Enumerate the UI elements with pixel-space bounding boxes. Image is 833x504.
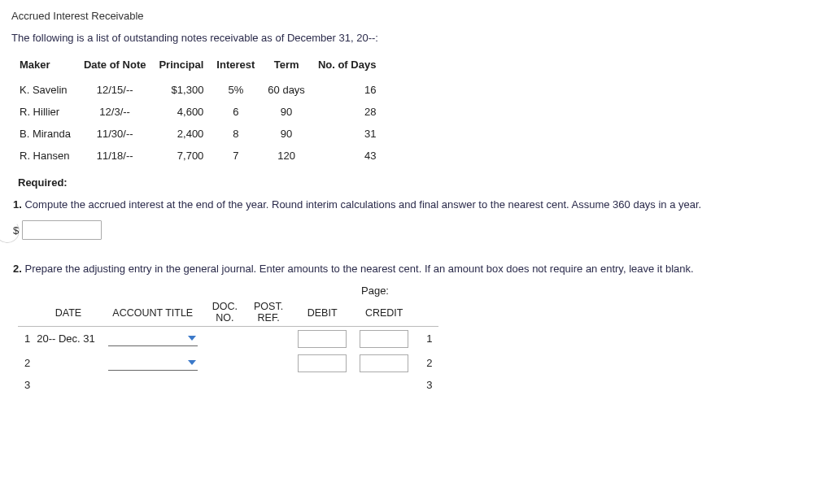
col-principal: Principal (157, 57, 215, 79)
cell-maker: K. Savelin (18, 79, 82, 101)
answer-row: $ (13, 220, 822, 240)
currency-symbol: $ (13, 224, 19, 237)
col-days: No. of Days (316, 57, 388, 79)
accrued-interest-input[interactable] (22, 220, 102, 240)
page-title: Accrued Interest Receivable (11, 10, 822, 22)
cell-principal: 4,600 (157, 101, 215, 123)
cell-maker: B. Miranda (18, 123, 82, 145)
cell-interest: 7 (215, 145, 266, 167)
q2-num: 2. (13, 263, 22, 275)
row-sidenum: 1 (415, 326, 438, 351)
jh-debit: DEBIT (291, 300, 353, 326)
notes-table: Maker Date of Note Principal Interest Te… (18, 57, 387, 167)
row-num: 1 (18, 326, 35, 351)
cell-interest: 6 (215, 101, 266, 123)
debit-input[interactable] (298, 330, 347, 348)
col-term: Term (266, 57, 316, 79)
table-row: K. Savelin 12/15/-- $1,300 5% 60 days 16 (18, 79, 387, 101)
cell-principal: $1,300 (157, 79, 215, 101)
cell-term: 120 (266, 145, 316, 167)
cell-days: 43 (316, 145, 388, 167)
cell-date: 12/3/-- (82, 101, 158, 123)
cell-days: 31 (316, 123, 388, 145)
journal-row: 3 3 (18, 376, 438, 394)
cell-date: 12/15/-- (82, 79, 158, 101)
cell-date: 11/30/-- (82, 123, 158, 145)
cell-principal: 2,400 (157, 123, 215, 145)
jh-docno: DOC.NO. (204, 300, 246, 326)
account-title-dropdown[interactable] (108, 331, 198, 346)
journal-row: 1 20-- Dec. 31 1 (18, 326, 438, 351)
jh-date: DATE (35, 300, 102, 326)
row-date: 20-- Dec. 31 (35, 326, 102, 351)
col-maker: Maker (18, 57, 82, 79)
cell-term: 90 (266, 101, 316, 123)
row-sidenum: 2 (415, 351, 438, 376)
question-2: 2. Prepare the adjusting entry in the ge… (13, 263, 822, 275)
debit-input[interactable] (298, 354, 347, 372)
q1-text: Compute the accrued interest at the end … (24, 198, 701, 211)
jh-postref: POST.REF. (246, 300, 291, 326)
row-date (35, 351, 102, 376)
credit-input[interactable] (360, 354, 408, 372)
q1-num: 1. (13, 198, 22, 211)
cell-days: 16 (316, 79, 388, 101)
q2-text: Prepare the adjusting entry in the gener… (24, 263, 693, 275)
row-num: 3 (18, 376, 35, 394)
chevron-down-icon (188, 360, 196, 365)
cell-maker: R. Hansen (18, 145, 82, 167)
col-date: Date of Note (82, 57, 158, 79)
credit-input[interactable] (360, 330, 408, 348)
cell-days: 28 (316, 101, 388, 123)
page-label: Page: (361, 285, 822, 297)
table-row: R. Hansen 11/18/-- 7,700 7 120 43 (18, 145, 387, 167)
journal-table: DATE ACCOUNT TITLE DOC.NO. POST.REF. DEB… (18, 300, 438, 394)
cell-interest: 5% (215, 79, 266, 101)
cell-term: 60 days (266, 79, 316, 101)
row-num: 2 (18, 351, 35, 376)
cell-term: 90 (266, 123, 316, 145)
required-label: Required: (18, 176, 822, 189)
question-1: 1. Compute the accrued interest at the e… (13, 198, 822, 211)
row-date (35, 376, 102, 394)
row-sidenum: 3 (415, 376, 438, 394)
cell-interest: 8 (215, 123, 266, 145)
intro-text: The following is a list of outstanding n… (11, 32, 822, 44)
col-interest: Interest (215, 57, 266, 79)
account-title-dropdown[interactable] (108, 355, 198, 371)
chevron-down-icon (188, 336, 196, 341)
table-row: B. Miranda 11/30/-- 2,400 8 90 31 (18, 123, 387, 145)
cell-principal: 7,700 (157, 145, 215, 167)
jh-account: ACCOUNT TITLE (102, 300, 204, 326)
cell-date: 11/18/-- (82, 145, 158, 167)
table-row: R. Hillier 12/3/-- 4,600 6 90 28 (18, 101, 387, 123)
jh-credit: CREDIT (353, 300, 415, 326)
journal-row: 2 2 (18, 351, 438, 376)
cell-maker: R. Hillier (18, 101, 82, 123)
